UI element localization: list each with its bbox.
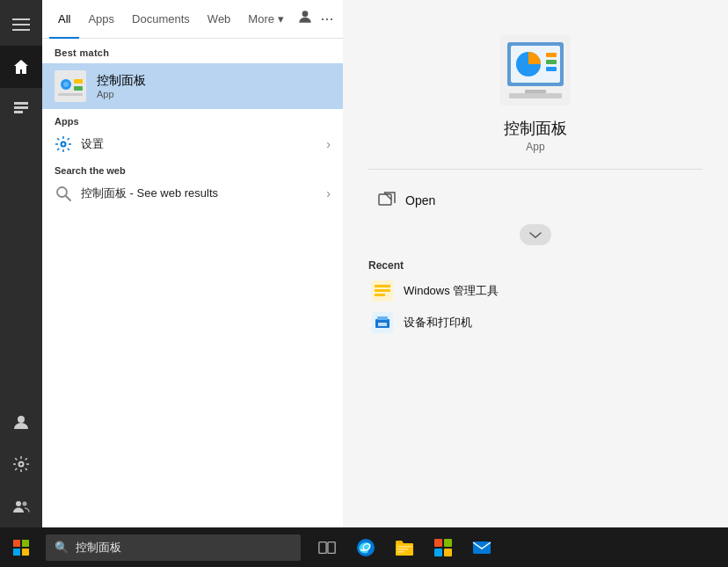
svg-rect-28	[509, 93, 562, 98]
svg-point-13	[63, 82, 69, 87]
svg-rect-37	[378, 323, 387, 326]
settings-app-icon	[55, 135, 72, 153]
svg-rect-25	[546, 60, 557, 64]
recent-item-1[interactable]: 设备和打印机	[368, 307, 703, 338]
svg-rect-49	[397, 551, 404, 553]
devices-printers-icon	[372, 312, 393, 333]
best-match-text: 控制面板 App	[97, 73, 146, 99]
svg-line-19	[66, 196, 70, 200]
rp-icon-area: 控制面板 App	[500, 35, 571, 153]
svg-rect-40	[22, 540, 29, 547]
svg-point-10	[302, 11, 308, 17]
best-match-title: 控制面板	[97, 73, 146, 89]
svg-rect-53	[434, 549, 442, 556]
best-match-item[interactable]: 控制面板 App	[42, 63, 343, 109]
rp-app-name: 控制面板	[504, 118, 567, 139]
svg-rect-44	[328, 542, 335, 553]
tabs-bar: All Apps Documents Web More ▾ ···	[42, 0, 343, 39]
start-button[interactable]	[0, 527, 42, 567]
tab-all[interactable]: All	[49, 0, 79, 39]
user-icon[interactable]	[0, 401, 42, 443]
svg-rect-3	[14, 102, 28, 105]
svg-rect-47	[397, 546, 411, 548]
taskbar-explorer-icon[interactable]	[387, 527, 422, 567]
settings-icon[interactable]	[0, 443, 42, 485]
hamburger-menu-icon[interactable]	[0, 4, 42, 46]
collapse-button[interactable]	[520, 224, 551, 245]
settings-app-item[interactable]: 设置 ›	[42, 130, 343, 158]
svg-rect-41	[13, 549, 20, 556]
svg-rect-26	[546, 67, 557, 71]
open-icon	[377, 191, 397, 210]
people-icon[interactable]	[0, 485, 42, 527]
rp-divider	[368, 169, 703, 170]
svg-rect-38	[377, 316, 388, 320]
taskbar-search-icon: 🔍	[55, 541, 69, 554]
tab-documents[interactable]: Documents	[123, 0, 199, 39]
rp-app-type: App	[526, 141, 544, 153]
svg-rect-32	[375, 285, 390, 287]
svg-rect-16	[58, 93, 83, 96]
taskbar-search-text: 控制面板	[76, 540, 121, 556]
taskbar-store-icon[interactable]	[426, 527, 461, 567]
taskbar: 🔍 控制面板	[0, 527, 728, 567]
tab-more[interactable]: More ▾	[239, 0, 292, 39]
recent-header: Recent	[368, 256, 703, 275]
svg-rect-4	[14, 106, 28, 109]
svg-rect-48	[397, 549, 408, 550]
web-search-arrow: ›	[326, 186, 331, 200]
web-section-header: Search the web	[42, 158, 343, 179]
tab-apps[interactable]: Apps	[79, 0, 123, 39]
svg-rect-15	[74, 86, 83, 91]
settings-app-label: 设置	[81, 136, 326, 152]
best-match-subtitle: App	[97, 89, 146, 99]
taskbar-edge-icon[interactable]	[348, 527, 383, 567]
home-icon[interactable]	[0, 46, 42, 88]
sidebar-bottom	[0, 401, 42, 527]
svg-rect-1	[12, 24, 30, 25]
svg-rect-0	[12, 18, 30, 20]
recent-item-1-text: 设备和打印机	[404, 315, 472, 331]
svg-rect-24	[546, 53, 557, 57]
svg-rect-29	[379, 194, 391, 205]
open-label: Open	[405, 193, 435, 207]
control-panel-icon	[55, 70, 86, 102]
svg-point-8	[16, 501, 21, 506]
more-options-icon[interactable]: ···	[317, 10, 338, 28]
taskbar-mail-icon[interactable]	[464, 527, 499, 567]
svg-rect-33	[375, 289, 390, 292]
contact-icon[interactable]	[0, 88, 42, 130]
web-search-icon	[55, 185, 72, 202]
sidebar	[0, 0, 42, 527]
svg-rect-5	[14, 111, 23, 113]
svg-point-17	[62, 142, 66, 147]
apps-section-header: Apps	[42, 109, 343, 130]
svg-rect-39	[13, 540, 20, 547]
svg-rect-51	[434, 539, 442, 547]
search-panel: All Apps Documents Web More ▾ ··· Best m…	[42, 0, 343, 527]
taskbar-search-box[interactable]: 🔍 控制面板	[46, 534, 301, 561]
svg-rect-42	[22, 549, 29, 556]
svg-point-7	[19, 462, 24, 467]
svg-rect-55	[473, 542, 491, 554]
svg-rect-34	[375, 294, 385, 296]
person-icon[interactable]	[293, 8, 317, 30]
open-button[interactable]: Open	[368, 184, 703, 217]
taskbar-taskview-icon[interactable]	[309, 527, 345, 567]
svg-point-9	[23, 502, 27, 506]
svg-rect-27	[525, 90, 546, 93]
best-match-header: Best match	[42, 39, 343, 63]
svg-rect-2	[12, 29, 30, 31]
rp-app-icon	[500, 35, 571, 105]
recent-item-0[interactable]: Windows 管理工具	[368, 275, 703, 307]
windows-tools-icon	[372, 280, 393, 302]
svg-line-30	[384, 193, 391, 200]
right-panel: 控制面板 App Open Recent Windows 管理工	[343, 0, 728, 527]
settings-app-arrow: ›	[326, 137, 331, 151]
web-search-item[interactable]: 控制面板 - See web results ›	[42, 179, 343, 207]
taskbar-app-icons	[309, 527, 499, 567]
svg-rect-52	[444, 539, 452, 547]
tab-web[interactable]: Web	[199, 0, 240, 39]
web-search-text: 控制面板 - See web results	[81, 185, 326, 201]
svg-rect-14	[74, 79, 83, 84]
